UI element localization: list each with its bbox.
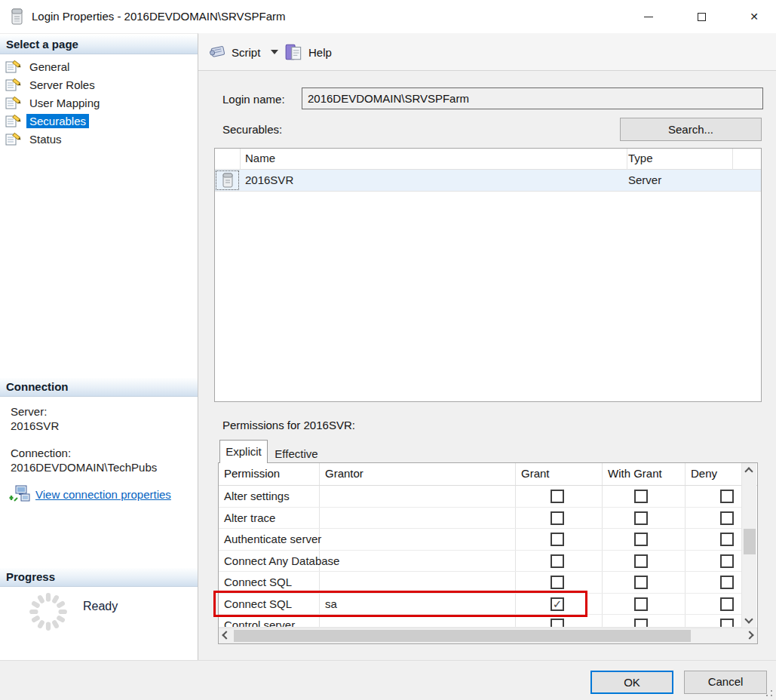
deny-checkbox[interactable]: [720, 533, 734, 546]
permission-row: Authenticate server: [219, 529, 742, 551]
vertical-scrollbar[interactable]: [741, 463, 756, 628]
grant-checkbox[interactable]: [551, 533, 564, 546]
scroll-up-icon[interactable]: [744, 467, 753, 475]
deny-checkbox[interactable]: [720, 597, 734, 611]
permissions-for-label: Permissions for 2016SVR:: [222, 419, 355, 431]
window-title: Login Properties - 2016DEVDOMAIN\SRVSPFa…: [32, 0, 286, 33]
horizontal-scroll-thumb[interactable]: [234, 630, 691, 642]
securable-row-2016svr[interactable]: 2016SVR Server: [215, 170, 761, 192]
page-edit-icon: [5, 113, 22, 128]
securable-type-cell: Server: [628, 173, 661, 186]
grant-checkbox[interactable]: [551, 576, 564, 589]
login-name-label: Login name:: [222, 93, 285, 106]
permission-row: Connect Any Database: [219, 551, 742, 572]
scroll-down-icon[interactable]: [744, 615, 753, 623]
sidebar-item-label: Status: [26, 132, 65, 146]
column-header-deny[interactable]: Deny: [691, 467, 717, 480]
sidebar-item-status[interactable]: Status: [0, 130, 198, 148]
content-panel: Script Help Login name: 2016DEVDOMAIN\SR…: [198, 33, 776, 660]
permission-cell: Control server: [224, 619, 295, 628]
deny-checkbox[interactable]: [720, 619, 734, 628]
deny-checkbox[interactable]: [720, 554, 734, 568]
maximize-button[interactable]: [684, 0, 719, 33]
sidebar-item-label: User Mapping: [26, 96, 103, 110]
grant-checkbox[interactable]: [551, 554, 564, 568]
with-grant-checkbox[interactable]: [634, 511, 648, 525]
permissions-table[interactable]: Permission Grantor Grant With Grant Deny…: [218, 462, 758, 644]
with-grant-checkbox[interactable]: [634, 619, 648, 628]
close-icon: ✕: [750, 11, 759, 22]
column-header-grantor[interactable]: Grantor: [325, 467, 363, 480]
connection-header: Connection: [0, 378, 198, 397]
connection-label: Connection:: [11, 447, 71, 459]
row-selector-cell: [216, 170, 239, 190]
search-button[interactable]: Search...: [620, 118, 762, 141]
deny-checkbox[interactable]: [720, 511, 734, 525]
connection-value: 2016DEVDOMAIN\TechPubs: [11, 461, 157, 474]
cancel-button[interactable]: Cancel: [684, 671, 767, 694]
progress-status: Ready: [83, 600, 118, 613]
with-grant-checkbox[interactable]: [634, 490, 648, 503]
help-button[interactable]: Help: [284, 38, 332, 66]
securables-table[interactable]: Name Type 2016SVR Server: [214, 148, 762, 402]
securables-label: Securables:: [222, 123, 282, 136]
deny-checkbox[interactable]: [720, 490, 734, 503]
column-header-permission[interactable]: Permission: [224, 467, 280, 480]
grant-checkbox[interactable]: [551, 511, 564, 525]
permission-cell: Connect SQL: [224, 576, 292, 588]
column-header-grant[interactable]: Grant: [521, 467, 550, 480]
with-grant-checkbox[interactable]: [634, 533, 648, 546]
permission-cell: Alter trace: [224, 511, 275, 524]
with-grant-checkbox[interactable]: [634, 597, 648, 611]
select-a-page-header: Select a page: [0, 35, 198, 54]
page-edit-icon: [5, 95, 22, 110]
spinner-ring-icon: [27, 591, 69, 633]
column-header-with-grant[interactable]: With Grant: [608, 467, 662, 480]
page-edit-icon: [5, 131, 22, 146]
vertical-scroll-thumb[interactable]: [744, 529, 756, 554]
server-label: Server:: [11, 405, 47, 418]
column-header-type[interactable]: Type: [628, 152, 653, 164]
with-grant-checkbox[interactable]: [634, 554, 648, 568]
securable-name-cell: 2016SVR: [245, 173, 293, 186]
sidebar-item-general[interactable]: General: [0, 57, 198, 75]
close-button[interactable]: ✕: [737, 0, 771, 33]
tab-effective[interactable]: Effective: [269, 445, 324, 463]
script-icon: [207, 42, 227, 62]
script-dropdown-icon[interactable]: [271, 50, 278, 54]
grant-checkbox[interactable]: ✓: [551, 597, 564, 611]
help-label: Help: [308, 46, 332, 59]
login-name-field[interactable]: 2016DEVDOMAIN\SRVSPFarm: [302, 88, 763, 109]
page-edit-icon: [5, 59, 22, 74]
progress-header: Progress: [0, 568, 198, 587]
column-header-name[interactable]: Name: [245, 152, 275, 164]
permission-cell: Connect Any Database: [224, 554, 339, 567]
sidebar-item-label: Server Roles: [26, 78, 98, 92]
deny-checkbox[interactable]: [720, 576, 734, 589]
sidebar-item-user-mapping[interactable]: User Mapping: [0, 94, 198, 112]
permissions-table-header: Permission Grantor Grant With Grant Deny: [219, 463, 757, 486]
minimize-button[interactable]: [631, 0, 666, 33]
ok-button[interactable]: OK: [590, 671, 673, 694]
server-icon: [11, 8, 23, 25]
title-bar: Login Properties - 2016DEVDOMAIN\SRVSPFa…: [0, 0, 776, 33]
permission-cell: Alter settings: [224, 490, 290, 502]
horizontal-scrollbar[interactable]: [219, 628, 757, 643]
grantor-cell: sa: [325, 597, 337, 610]
permission-cell: Authenticate server: [224, 533, 321, 545]
sidebar-item-server-roles[interactable]: Server Roles: [0, 75, 198, 94]
resize-grip[interactable]: [765, 689, 773, 697]
scroll-left-icon[interactable]: [222, 631, 230, 639]
tab-explicit[interactable]: Explicit: [219, 440, 268, 463]
view-connection-properties-link[interactable]: View connection properties: [9, 485, 171, 503]
with-grant-checkbox[interactable]: [634, 576, 648, 589]
scroll-right-icon[interactable]: [745, 631, 753, 639]
sidebar-item-securables[interactable]: Securables: [0, 112, 198, 130]
minimize-icon: [644, 17, 653, 17]
left-panel: Select a page General Server Roles User …: [0, 33, 198, 660]
script-button[interactable]: Script: [207, 38, 278, 66]
help-book-icon: [284, 42, 304, 62]
grant-checkbox[interactable]: [551, 490, 564, 503]
footer-bar: OK Cancel: [0, 660, 776, 700]
grant-checkbox[interactable]: [551, 619, 564, 628]
